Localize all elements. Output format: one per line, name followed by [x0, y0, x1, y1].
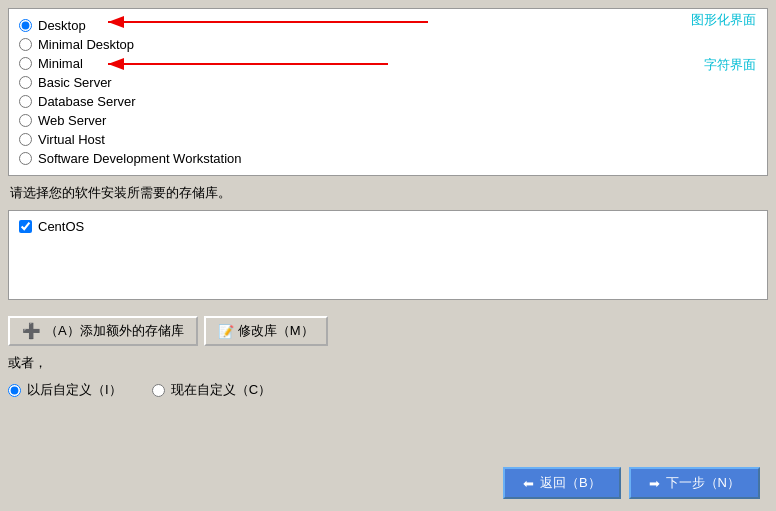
or-radio-now[interactable]	[152, 384, 165, 397]
radio-item-minimal[interactable]: Minimal	[19, 55, 757, 72]
modify-repo-button[interactable]: 📝 修改库（M）	[204, 316, 328, 346]
or-label: 或者，	[8, 354, 768, 372]
install-type-list: DesktopMinimal DesktopMinimalBasic Serve…	[19, 17, 757, 167]
radio-item-desktop[interactable]: Desktop	[19, 17, 757, 34]
radio-item-software-dev[interactable]: Software Development Workstation	[19, 150, 757, 167]
back-button-label: 返回（B）	[540, 474, 601, 492]
or-radio-label-later: 以后自定义（I）	[27, 381, 122, 399]
repo-label-centos: CentOS	[38, 219, 84, 234]
radio-virtual-host[interactable]	[19, 133, 32, 146]
radio-minimal-desktop[interactable]	[19, 38, 32, 51]
storage-section: CentOS	[8, 210, 768, 300]
radio-desktop[interactable]	[19, 19, 32, 32]
modify-repo-label: 修改库（M）	[238, 322, 314, 340]
radio-label-software-dev: Software Development Workstation	[38, 151, 242, 166]
radio-label-desktop: Desktop	[38, 18, 86, 33]
bottom-bar: ⬅ 返回（B） ➡ 下一步（N）	[8, 463, 768, 503]
radio-item-virtual-host[interactable]: Virtual Host	[19, 131, 757, 148]
edit-icon: 📝	[218, 324, 234, 339]
radio-basic-server[interactable]	[19, 76, 32, 89]
radio-label-minimal-desktop: Minimal Desktop	[38, 37, 134, 52]
back-arrow-icon: ⬅	[523, 476, 534, 491]
radio-software-dev[interactable]	[19, 152, 32, 165]
radio-label-basic-server: Basic Server	[38, 75, 112, 90]
back-button[interactable]: ⬅ 返回（B）	[503, 467, 621, 499]
storage-label: 请选择您的软件安装所需要的存储库。	[8, 184, 768, 202]
radio-item-web-server[interactable]: Web Server	[19, 112, 757, 129]
add-repo-button[interactable]: ➕ （A）添加额外的存储库	[8, 316, 198, 346]
or-radio-later[interactable]	[8, 384, 21, 397]
next-button-label: 下一步（N）	[666, 474, 740, 492]
storage-buttons: ➕ （A）添加额外的存储库 📝 修改库（M）	[8, 316, 768, 346]
next-arrow-icon: ➡	[649, 476, 660, 491]
radio-item-minimal-desktop[interactable]: Minimal Desktop	[19, 36, 757, 53]
radio-web-server[interactable]	[19, 114, 32, 127]
radio-database-server[interactable]	[19, 95, 32, 108]
radio-item-database-server[interactable]: Database Server	[19, 93, 757, 110]
plus-icon: ➕	[22, 322, 41, 340]
radio-label-database-server: Database Server	[38, 94, 136, 109]
or-radios: 以后自定义（I）现在自定义（C）	[8, 380, 768, 400]
or-radio-item-now[interactable]: 现在自定义（C）	[152, 380, 271, 400]
repo-item-centos[interactable]: CentOS	[19, 217, 757, 236]
radio-label-minimal: Minimal	[38, 56, 83, 71]
next-button[interactable]: ➡ 下一步（N）	[629, 467, 760, 499]
or-radio-label-now: 现在自定义（C）	[171, 381, 271, 399]
or-section: 或者， 以后自定义（I）现在自定义（C）	[8, 354, 768, 400]
radio-minimal[interactable]	[19, 57, 32, 70]
add-repo-label: （A）添加额外的存储库	[45, 322, 184, 340]
radio-label-virtual-host: Virtual Host	[38, 132, 105, 147]
radio-label-web-server: Web Server	[38, 113, 106, 128]
or-radio-item-later[interactable]: 以后自定义（I）	[8, 380, 122, 400]
radio-item-basic-server[interactable]: Basic Server	[19, 74, 757, 91]
install-type-section: DesktopMinimal DesktopMinimalBasic Serve…	[8, 8, 768, 176]
checkbox-centos[interactable]	[19, 220, 32, 233]
